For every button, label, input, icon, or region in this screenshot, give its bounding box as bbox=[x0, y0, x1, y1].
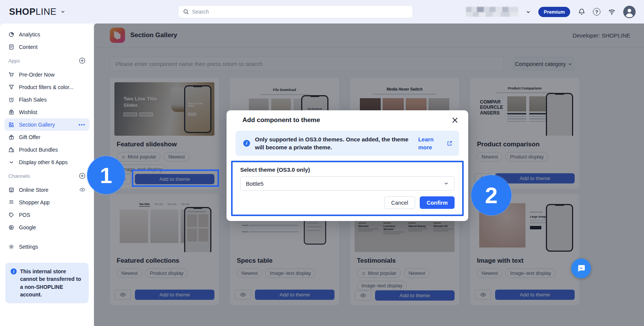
sidebar-item-label: Flash Sales bbox=[19, 97, 47, 103]
global-search[interactable] bbox=[178, 5, 413, 18]
sidebar-item-label: Settings bbox=[19, 244, 38, 250]
notifications-bell-icon[interactable] bbox=[577, 8, 586, 16]
gift-box-icon bbox=[8, 134, 14, 140]
sidebar-item-gift-offer[interactable]: Gift Offer bbox=[5, 131, 89, 143]
component-category-dropdown[interactable]: Component category bbox=[513, 57, 574, 71]
preview-eye-button[interactable] bbox=[355, 290, 371, 301]
sidebar-item-online-store[interactable]: Online Store bbox=[5, 183, 89, 196]
sidebar-item-wishlist[interactable]: Wishlist bbox=[5, 106, 89, 118]
banner-text: Only supported in OS3.0 themes. Once add… bbox=[255, 135, 413, 152]
price-tag-icon bbox=[8, 212, 14, 218]
sidebar-item-pos[interactable]: POS bbox=[5, 208, 89, 221]
card-title: Image with text bbox=[477, 257, 572, 265]
sidebar-item-label: Pre-Order Now bbox=[19, 72, 55, 78]
card-title: Testimonials bbox=[357, 257, 452, 265]
confirm-button[interactable]: Confirm bbox=[420, 196, 455, 209]
external-link-icon[interactable] bbox=[447, 141, 452, 146]
store-name-blurred[interactable] bbox=[466, 7, 518, 17]
search-input[interactable] bbox=[192, 9, 408, 15]
sidebar-item-shopper-app[interactable]: Shopper App bbox=[5, 196, 89, 208]
card-title: Specs table bbox=[237, 257, 332, 265]
add-channel-icon[interactable] bbox=[79, 172, 86, 179]
tag-newest[interactable]: Newest bbox=[477, 268, 502, 278]
tag-image-text[interactable]: Image–text display bbox=[265, 268, 315, 278]
preview-title: File Download bbox=[234, 88, 335, 92]
view-store-eye-icon[interactable] bbox=[79, 187, 86, 193]
add-app-icon[interactable] bbox=[79, 57, 86, 64]
sidebar-item-analytics[interactable]: Analytics bbox=[5, 28, 89, 41]
google-icon bbox=[8, 224, 14, 230]
analytics-pie-icon bbox=[8, 31, 14, 38]
phone-mockup bbox=[184, 207, 211, 252]
component-search-input[interactable] bbox=[116, 61, 498, 67]
learn-more-link[interactable]: Learn more bbox=[418, 135, 441, 151]
sidebar-item-section-gallery[interactable]: Section Gallery ••• bbox=[5, 118, 89, 131]
help-icon[interactable]: ? bbox=[593, 8, 600, 16]
sidebar-item-label: Content bbox=[19, 44, 38, 50]
theme-select[interactable]: Bottle5 bbox=[240, 176, 455, 191]
preview-title: Media Hover Switch bbox=[355, 87, 455, 91]
tag-image-text[interactable]: Image–text display bbox=[505, 268, 555, 278]
sidebar-item-flash-sales[interactable]: Flash Sales bbox=[5, 93, 89, 106]
os3-notice-banner: i Only supported in OS3.0 themes. Once a… bbox=[236, 131, 459, 156]
step1-highlight-box bbox=[132, 169, 219, 187]
card-tags: Newest Product display bbox=[117, 268, 212, 278]
component-search[interactable] bbox=[110, 57, 504, 71]
sidebar-item-label: Online Store bbox=[19, 187, 48, 193]
sidebar-item-pre-order-now[interactable]: Pre-Order Now bbox=[5, 68, 89, 81]
internal-store-notice: i This internal store cannot be transfer… bbox=[5, 263, 89, 303]
premium-badge[interactable]: Premium bbox=[538, 7, 570, 17]
chevron-down-icon bbox=[568, 62, 572, 66]
chevron-down-icon bbox=[8, 159, 14, 165]
sidebar-item-label: Display other 6 Apps bbox=[19, 159, 67, 165]
tag-newest[interactable]: Newest bbox=[477, 152, 502, 161]
shopline-logo[interactable]: SHOPLINE bbox=[9, 6, 66, 17]
tag-product-display[interactable]: Product display bbox=[505, 152, 548, 161]
preview-title: Product Comparison bbox=[475, 86, 575, 90]
tag-product-display[interactable]: Product display bbox=[145, 268, 188, 278]
wifi-icon[interactable] bbox=[608, 8, 616, 16]
tag-image-text[interactable]: Image–text display bbox=[357, 281, 407, 290]
theme-select-value: Bottle5 bbox=[246, 180, 264, 187]
sidebar-item-google[interactable]: Google bbox=[5, 221, 89, 234]
sidebar-item-display-other-apps[interactable]: Display other 6 Apps bbox=[5, 156, 89, 168]
preview-eye-button[interactable] bbox=[475, 290, 491, 300]
add-to-theme-button[interactable]: Add to theme bbox=[375, 290, 455, 301]
preview-tab: Tab tittle bbox=[139, 203, 150, 207]
add-to-theme-button[interactable]: Add to theme bbox=[255, 290, 335, 300]
logo-text: SHOPLINE bbox=[9, 6, 56, 17]
card-title: Product comparison bbox=[477, 141, 572, 148]
tag-most-popular[interactable]: ☺Most popular bbox=[357, 268, 401, 278]
cancel-button[interactable]: Cancel bbox=[384, 196, 415, 209]
category-label: Component category bbox=[515, 61, 566, 67]
storefront-icon bbox=[8, 187, 14, 193]
close-icon[interactable] bbox=[451, 116, 459, 124]
chat-bubble-icon bbox=[576, 263, 586, 273]
step2-highlight-box: Select theme (OS3.0 only) Bottle5 Cancel… bbox=[231, 161, 464, 216]
more-options-icon[interactable]: ••• bbox=[78, 122, 86, 127]
topbar: SHOPLINE Premium ? bbox=[0, 0, 644, 24]
add-to-theme-button[interactable]: Add to theme bbox=[135, 290, 214, 300]
chat-launcher-button[interactable] bbox=[571, 259, 591, 278]
preview-tab: Tab title bbox=[154, 203, 163, 207]
sidebar-item-content[interactable]: Content bbox=[5, 41, 89, 53]
sidebar-item-settings[interactable]: Settings bbox=[5, 240, 89, 253]
add-to-theme-button[interactable]: Add to theme bbox=[495, 290, 575, 300]
tag-newest[interactable]: Newest bbox=[117, 268, 142, 278]
preview-eye-button[interactable] bbox=[114, 290, 131, 300]
preview-eye-button[interactable] bbox=[234, 290, 251, 300]
card-tags: Newest Image–text display bbox=[237, 268, 332, 278]
tag-newest[interactable]: Newest bbox=[164, 152, 189, 161]
add-to-theme-button[interactable]: Add to theme bbox=[495, 173, 575, 183]
card-tags: ☺Most popular Newest Image–text display bbox=[357, 268, 452, 290]
sidebar-item-product-bundles[interactable]: Product Bundles bbox=[5, 143, 89, 156]
phone-mockup: Two Line Title Slider. bbox=[184, 85, 211, 133]
tag-most-popular[interactable]: ☺Most popular bbox=[117, 152, 161, 161]
store-chevron-down-icon[interactable] bbox=[525, 9, 531, 15]
tag-newest[interactable]: Newest bbox=[237, 268, 262, 278]
gift-heart-icon bbox=[8, 109, 14, 115]
preview-tab: Tab title bbox=[181, 203, 190, 207]
tag-newest[interactable]: Newest bbox=[404, 268, 429, 278]
user-avatar[interactable] bbox=[623, 6, 636, 18]
sidebar-item-product-filters[interactable]: Product filters & color... bbox=[5, 81, 89, 93]
